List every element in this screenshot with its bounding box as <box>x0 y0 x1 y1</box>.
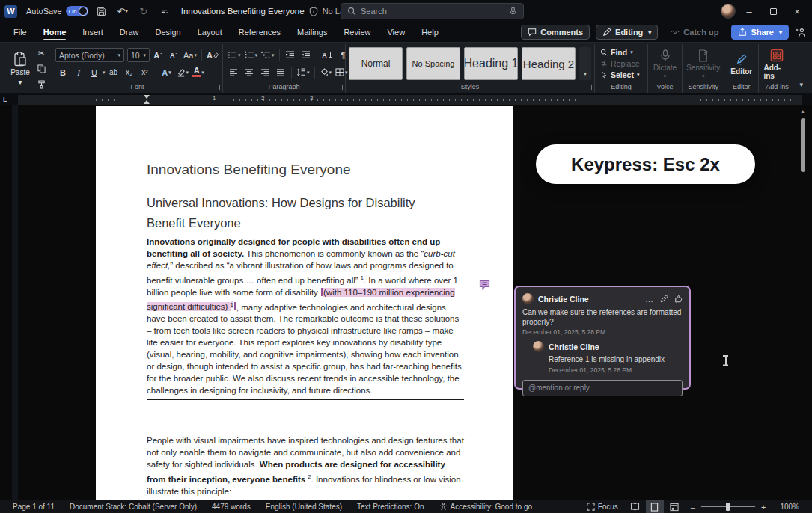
font-color-button[interactable]: A ▾ <box>191 65 206 80</box>
style-heading-2[interactable]: Heading 2 <box>522 47 576 80</box>
multilevel-list-button[interactable]: ▾ <box>260 48 276 63</box>
increase-indent-button[interactable] <box>299 48 314 63</box>
font-size-combo[interactable]: 10▾ <box>127 48 150 62</box>
quick-access-overflow-icon[interactable] <box>157 4 172 19</box>
search-bar[interactable] <box>341 3 524 19</box>
paste-button[interactable]: Paste ▾ <box>9 49 31 88</box>
tab-home[interactable]: Home <box>36 24 74 41</box>
tab-stop-selector[interactable]: L <box>3 96 7 103</box>
hanging-indent-marker[interactable] <box>144 100 150 104</box>
text-effects-button[interactable]: A▾ <box>159 65 174 80</box>
line-spacing-button[interactable]: ▾ <box>295 65 311 80</box>
addins-button[interactable]: Add-ins <box>762 47 792 80</box>
text-predictions-indicator[interactable]: Text Predictions: On <box>350 500 430 513</box>
comment-anchor-icon[interactable] <box>479 280 490 290</box>
comment-more-actions-button[interactable]: … <box>645 295 654 304</box>
zoom-slider[interactable] <box>701 506 755 507</box>
shading-button[interactable]: ▾ <box>318 65 334 80</box>
collapse-ribbon-button[interactable]: ▾ <box>795 44 809 93</box>
indent-markers[interactable] <box>144 95 150 105</box>
paragraph-dialog-launcher[interactable] <box>338 85 343 90</box>
comment-edit-button[interactable] <box>660 295 668 303</box>
highlight-color-button[interactable]: ▾ <box>175 65 191 80</box>
align-center-button[interactable] <box>242 65 257 80</box>
restore-button[interactable] <box>763 2 784 20</box>
autosave-toggle[interactable]: On <box>66 6 88 16</box>
autosave-control[interactable]: AutoSave On <box>26 6 88 16</box>
comment-thread-card[interactable]: Christie Cline … Can we make sure the re… <box>514 286 691 390</box>
sensitivity-button[interactable]: Sensitivity ▾ <box>686 48 721 79</box>
close-button[interactable]: × <box>787 2 808 20</box>
document-stack-indicator[interactable]: Document Stack: Cobalt (Server Only) <box>63 500 204 513</box>
justify-button[interactable] <box>273 65 288 80</box>
editor-button[interactable]: Editor <box>727 52 755 76</box>
tab-insert[interactable]: Insert <box>75 24 111 41</box>
shrink-font-button[interactable]: Aˇ <box>166 48 181 63</box>
first-line-indent-marker[interactable] <box>144 95 150 99</box>
scrollbar-thumb[interactable] <box>801 118 805 172</box>
print-layout-button[interactable] <box>646 500 664 513</box>
tab-layout[interactable]: Layout <box>190 24 230 41</box>
find-button[interactable]: Find ▾ <box>598 47 642 58</box>
select-button[interactable]: Select ▾ <box>598 70 642 81</box>
style-normal[interactable]: Normal <box>349 47 403 80</box>
document-scrollbar[interactable]: ▲ <box>799 105 807 500</box>
web-layout-button[interactable] <box>665 500 683 513</box>
tab-review[interactable]: Review <box>336 24 378 41</box>
style-heading-1[interactable]: Heading 1 <box>464 47 518 80</box>
copy-button[interactable] <box>34 61 49 76</box>
font-name-combo[interactable]: Aptos (Body)▾ <box>55 48 124 62</box>
read-mode-button[interactable] <box>626 500 644 513</box>
align-left-button[interactable] <box>226 65 241 80</box>
comment-reply[interactable]: Christie Cline Reference 1 is missing in… <box>533 341 683 374</box>
vertical-ruler[interactable] <box>12 105 18 500</box>
sort-button[interactable]: A <box>320 48 335 63</box>
bullets-button[interactable]: ▾ <box>226 48 242 63</box>
clear-formatting-button[interactable]: A <box>205 48 220 63</box>
minimize-button[interactable]: – <box>739 2 760 20</box>
zoom-in-button[interactable]: + <box>761 503 766 512</box>
tab-draw[interactable]: Draw <box>112 24 147 41</box>
document-page[interactable]: Innovations Benefiting Everyone Universa… <box>96 106 513 500</box>
zoom-slider-thumb[interactable] <box>726 503 730 511</box>
focus-mode-button[interactable]: Focus <box>580 500 625 513</box>
undo-button[interactable]: ↶▾ <box>115 4 130 19</box>
zoom-level[interactable]: 100% <box>773 500 806 513</box>
bold-button[interactable]: B <box>55 65 70 80</box>
presenter-icon[interactable] <box>795 27 806 38</box>
cut-button[interactable]: ✂ <box>34 46 49 61</box>
tab-design[interactable]: Design <box>147 24 188 41</box>
subscript-button[interactable]: x₂ <box>122 65 137 80</box>
dictate-button[interactable]: Dictate ▾ <box>651 48 679 79</box>
page-indicator[interactable]: Page 1 of 11 <box>6 500 61 513</box>
strikethrough-button[interactable]: ab <box>106 65 121 80</box>
scroll-up-arrow[interactable]: ▲ <box>800 108 805 114</box>
document-heading[interactable]: Universal Innovations: How Designs for D… <box>147 193 446 233</box>
redo-button[interactable]: ↻ <box>136 4 151 19</box>
zoom-out-button[interactable]: – <box>691 503 695 512</box>
comment-like-button[interactable] <box>674 295 683 303</box>
numbering-button[interactable]: ▾ <box>243 48 260 63</box>
accessibility-indicator[interactable]: Accessibility: Good to go <box>433 500 540 513</box>
style-no-spacing[interactable]: No Spacing <box>406 47 460 80</box>
user-avatar[interactable] <box>721 4 736 19</box>
italic-button[interactable]: I <box>71 65 86 80</box>
decrease-indent-button[interactable] <box>283 48 298 63</box>
grow-font-button[interactable]: Aˆ <box>150 48 165 63</box>
word-count[interactable]: 4479 words <box>205 500 257 513</box>
catch-up-button[interactable]: Catch up <box>664 25 725 40</box>
replace-button[interactable]: Replace <box>598 58 642 70</box>
paragraph-1[interactable]: Innovations originally designed for peop… <box>147 236 464 397</box>
horizontal-ruler[interactable]: 1 2 3 <box>18 95 802 105</box>
clipboard-dialog-launcher[interactable] <box>44 85 49 90</box>
tab-view[interactable]: View <box>379 24 412 41</box>
comments-button[interactable]: Comments <box>521 25 590 40</box>
tab-references[interactable]: References <box>231 24 288 41</box>
align-right-button[interactable] <box>257 65 272 80</box>
document-title-text[interactable]: Innovations Benefiting Everyone <box>147 162 351 178</box>
language-indicator[interactable]: English (United States) <box>259 500 349 513</box>
share-button[interactable]: Share ▾ <box>731 25 789 40</box>
tab-file[interactable]: File <box>6 24 34 41</box>
underline-button[interactable]: U <box>87 65 102 80</box>
styles-gallery-more-button[interactable]: ▾ <box>579 47 591 80</box>
